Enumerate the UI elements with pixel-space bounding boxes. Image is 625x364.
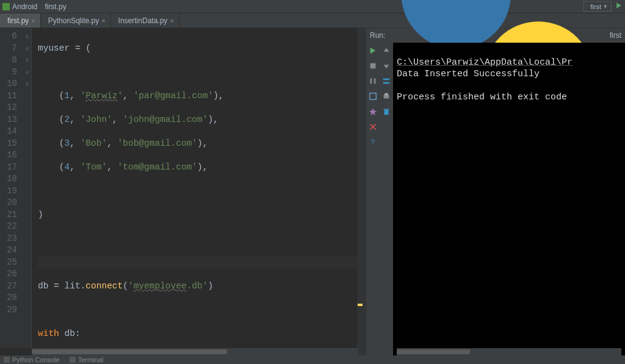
svg-rect-26 [384,95,389,98]
python-console-tool[interactable]: Python Console [4,356,60,363]
code-editor[interactable]: myuser = ( (1, 'Parwiz', 'par@gmail.com'… [32,28,363,348]
svg-marker-23 [384,65,389,68]
tab-pythonsqlite[interactable]: PythonSqlite.py × [41,13,111,27]
run-toolbar-left: ? [366,43,380,355]
svg-rect-29 [384,109,389,110]
svg-marker-5 [616,3,621,9]
close-icon[interactable]: × [170,17,173,24]
svg-marker-14 [370,48,376,54]
editor-error-stripe[interactable] [357,28,363,348]
svg-point-12 [402,0,511,49]
svg-rect-18 [370,93,377,100]
svg-rect-16 [370,79,372,84]
line-number-gutter: 6789 10111213 14151617 18192021 22232425… [0,28,23,348]
editor-pane: 6789 10111213 14151617 18192021 22232425… [0,28,363,355]
pin-button[interactable] [369,107,377,118]
up-stack-icon[interactable] [382,46,391,57]
svg-rect-28 [385,110,389,115]
print-icon[interactable] [382,92,391,102]
layout-button[interactable] [369,92,377,102]
svg-rect-0 [2,3,10,10]
svg-rect-25 [383,82,390,84]
rerun-button[interactable] [369,46,377,57]
svg-rect-15 [370,63,376,69]
close-panel-button[interactable] [369,123,377,133]
stop-button[interactable] [369,62,377,72]
svg-marker-22 [384,48,389,52]
svg-rect-24 [383,79,390,80]
console-output[interactable]: C:\Users\Parwiz\AppData\Local\Pr Data In… [393,43,625,348]
svg-rect-27 [385,93,388,96]
fold-gutter[interactable]: ⊖ ⊖⊖ ⊖ ⊖ [23,28,32,348]
trash-icon[interactable] [382,107,391,118]
tab-insertindata[interactable]: InsertinData.py × [111,13,179,27]
svg-rect-17 [374,79,376,84]
svg-rect-31 [70,357,76,363]
wrap-icon[interactable] [382,77,391,87]
breadcrumb-project[interactable]: Android [2,2,37,11]
editor-horizontal-scrollbar[interactable] [32,348,358,355]
close-icon[interactable]: × [31,17,35,24]
close-icon[interactable]: × [101,17,105,24]
svg-rect-30 [4,357,10,363]
breadcrumb-file[interactable]: first.py [42,2,66,11]
run-toolbar-right [380,43,393,355]
run-button[interactable] [615,2,623,11]
console-horizontal-scrollbar[interactable] [397,348,621,355]
run-panel: Run: first ? C:\Users\Parw [366,28,625,355]
svg-text:?: ? [371,138,375,146]
help-button[interactable]: ? [369,138,377,148]
main-area: 6789 10111213 14151617 18192021 22232425… [0,28,625,355]
pause-button[interactable] [369,77,377,87]
terminal-tool[interactable]: Terminal [70,356,104,363]
run-panel-header: Run: first [366,28,625,43]
bottom-tool-bar: Python Console Terminal [0,355,625,364]
tab-first[interactable]: first.py × [0,13,41,27]
down-stack-icon[interactable] [382,62,391,72]
